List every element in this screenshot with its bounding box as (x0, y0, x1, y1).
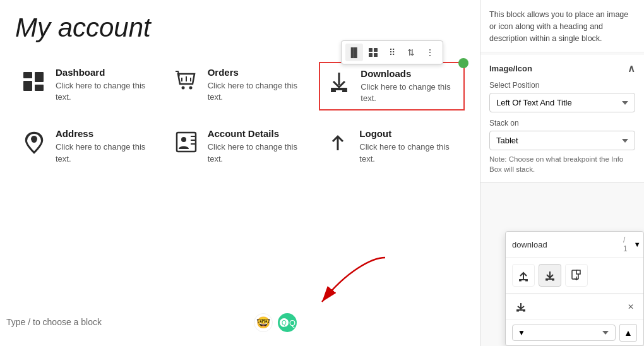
toolbar-dots-btn[interactable]: ⠿ (383, 44, 401, 61)
panel-extra-controls: ▼ ▲ (506, 319, 643, 345)
address-desc: Click here to change this text. (56, 141, 156, 164)
upload-icon-option[interactable] (512, 264, 535, 287)
icon-search-header: / 1 ▼ (506, 232, 643, 258)
svg-point-4 (181, 86, 184, 90)
logout-text: Logout Click here to change this text. (359, 128, 460, 164)
account-details-desc: Click here to change this text. (208, 141, 308, 164)
address-block[interactable]: Address Click here to change this text. (15, 123, 161, 169)
toolbar-more-btn[interactable]: ⋮ (421, 44, 439, 61)
downloads-desc: Click here to change this text. (361, 81, 458, 104)
svg-point-5 (189, 86, 192, 90)
svg-point-17 (32, 138, 37, 143)
section-header: Image/Icon ∧ (489, 63, 635, 75)
svg-text:Q: Q (282, 319, 287, 326)
icon-search-panel: / 1 ▼ (505, 231, 644, 346)
selected-indicator (458, 58, 468, 68)
position-label: Select Position (489, 81, 635, 90)
account-details-title: Account Details (208, 128, 308, 139)
blocks-grid: Dashboard Click here to change this text… (15, 62, 465, 170)
stack-note: Note: Choose on what breakpoint the Info… (489, 154, 635, 174)
svg-rect-13 (331, 88, 347, 90)
svg-rect-12 (374, 53, 378, 57)
chat-bubble-icon[interactable]: Q Q (278, 313, 297, 332)
account-details-icon (172, 128, 200, 156)
orders-desc: Click here to change this text. (208, 80, 308, 103)
svg-rect-37 (523, 311, 525, 312)
downloads-icon (325, 68, 353, 96)
download-bottom-icon (512, 298, 530, 316)
dashboard-desc: Click here to change this text. (56, 80, 156, 103)
icon-size-select[interactable]: ▼ (512, 325, 616, 341)
logout-title: Logout (359, 128, 460, 139)
account-details-text: Account Details Click here to change thi… (208, 128, 308, 164)
address-text: Address Click here to change this text. (56, 128, 156, 164)
stack-select[interactable]: Tablet Mobile None (489, 131, 635, 150)
svg-rect-14 (331, 90, 336, 92)
toolbar-block-btn[interactable]: ▐▌ (345, 44, 363, 61)
downloads-title: Downloads (361, 68, 458, 79)
right-panel: This block allows you to place an image … (480, 0, 644, 346)
dashboard-icon (20, 67, 48, 95)
icon-search-input[interactable] (512, 240, 618, 249)
position-select[interactable]: Left Of Text And Title Right Of Text And… (489, 93, 635, 112)
icon-count: / 1 (618, 236, 633, 253)
icon-style-select[interactable]: ▼ (633, 239, 642, 249)
svg-rect-27 (519, 279, 528, 280)
page-title: My account (15, 13, 465, 43)
downloads-text: Downloads Click here to change this text… (361, 68, 458, 104)
svg-rect-30 (546, 278, 554, 280)
stack-label: Stack on (489, 119, 635, 128)
logout-desc: Click here to change this text. (359, 141, 460, 164)
icon-panel-bottom: ✕ (506, 294, 643, 319)
svg-rect-35 (516, 309, 525, 311)
dashboard-text: Dashboard Click here to change this text… (56, 67, 156, 103)
scroll-up-btn[interactable]: ▲ (619, 324, 637, 342)
emoji-chat-icon[interactable]: 🤓 (254, 313, 273, 332)
section-title: Image/Icon (489, 64, 532, 73)
svg-rect-34 (576, 270, 580, 274)
icon-grid (506, 258, 643, 293)
svg-rect-1 (23, 81, 32, 91)
arrow-pointer (309, 251, 391, 308)
remove-icon-btn[interactable]: ✕ (624, 301, 637, 313)
address-title: Address (56, 128, 156, 139)
svg-rect-11 (369, 53, 373, 57)
orders-title: Orders (208, 67, 308, 78)
chat-icons: 🤓 Q Q (254, 313, 297, 332)
svg-rect-28 (519, 280, 522, 282)
block-toolbar: ▐▌ ⠿ ⇅ ⋮ (341, 40, 443, 64)
svg-rect-3 (35, 85, 44, 91)
svg-rect-9 (369, 48, 373, 52)
image-icon-section: Image/Icon ∧ Select Position Left Of Tex… (480, 55, 644, 182)
type-hint: Type / to choose a block (6, 317, 102, 327)
left-panel: My account Dashboard Click here to chang… (0, 0, 480, 346)
svg-rect-2 (35, 72, 44, 82)
downloads-block[interactable]: ▐▌ ⠿ ⇅ ⋮ Downloads Clic (319, 62, 465, 110)
svg-rect-32 (552, 280, 554, 281)
orders-block[interactable]: Orders Click here to change this text. (167, 62, 313, 110)
svg-rect-0 (23, 72, 32, 78)
address-icon (20, 128, 48, 156)
svg-rect-29 (525, 280, 528, 282)
svg-point-19 (181, 137, 186, 142)
collapse-icon[interactable]: ∧ (628, 63, 635, 75)
panel-description: This block allows you to place an image … (480, 0, 644, 52)
svg-rect-36 (516, 311, 519, 312)
dashboard-block[interactable]: Dashboard Click here to change this text… (15, 62, 161, 110)
svg-rect-15 (342, 90, 347, 92)
logout-icon (324, 128, 352, 156)
account-details-block[interactable]: Account Details Click here to change thi… (167, 123, 313, 169)
file-download-icon-option[interactable] (565, 264, 588, 287)
svg-rect-10 (374, 48, 378, 52)
dashboard-title: Dashboard (56, 67, 156, 78)
toolbar-grid-btn[interactable] (364, 44, 382, 61)
toolbar-arrows-btn[interactable]: ⇅ (402, 44, 420, 61)
download-icon-option[interactable] (539, 264, 561, 287)
orders-text: Orders Click here to change this text. (208, 67, 308, 103)
logout-block[interactable]: Logout Click here to change this text. (319, 123, 465, 169)
orders-icon (172, 67, 200, 95)
svg-rect-31 (546, 280, 548, 281)
